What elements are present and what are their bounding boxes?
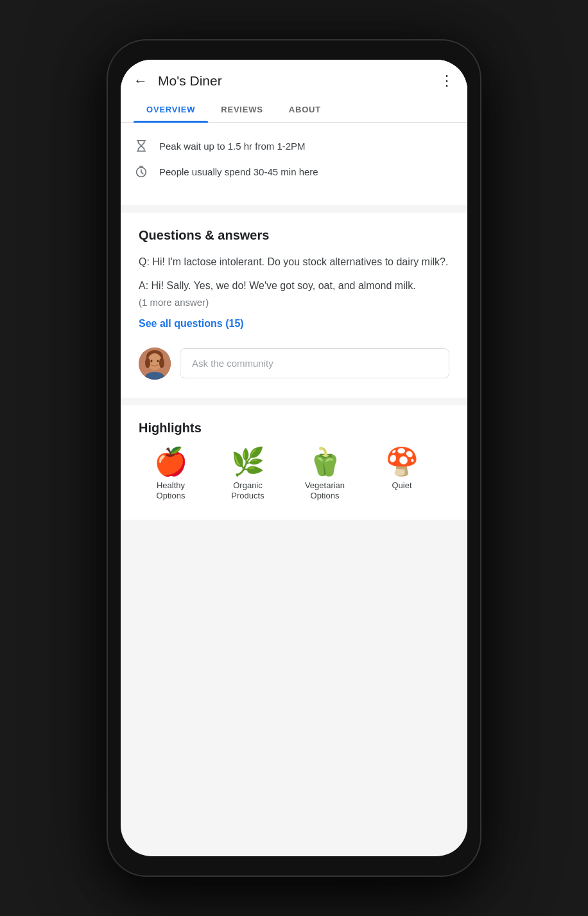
healthy-label: HealthyOptions (157, 480, 186, 502)
user-avatar (139, 348, 171, 380)
highlights-grid: 🍎 HealthyOptions 🌿 OrganicProducts 🫑 Veg… (139, 448, 449, 502)
ask-community-input[interactable]: Ask the community (180, 348, 449, 378)
tab-about[interactable]: ABOUT (276, 97, 334, 122)
time-spent-row: People usually spend 30-45 min here (134, 159, 454, 184)
place-title: Mo's Diner (158, 73, 440, 89)
qa-more-answers: (1 more answer) (139, 297, 449, 308)
highlight-vegetarian: 🫑 VegetarianOptions (293, 448, 357, 502)
svg-point-7 (151, 360, 153, 362)
highlights-section: Highlights 🍎 HealthyOptions 🌿 OrganicPro… (121, 405, 467, 520)
highlight-quiet: 🍄 Quiet (370, 448, 434, 491)
see-all-questions-link[interactable]: See all questions (15) (139, 318, 244, 330)
ask-community-row: Ask the community (139, 348, 449, 380)
organic-label: OrganicProducts (231, 480, 264, 502)
qa-question: Q: Hi! I'm lactose intolerant. Do you st… (139, 254, 449, 270)
svg-point-8 (157, 360, 159, 362)
highlights-title: Highlights (139, 421, 449, 436)
wait-time-text: Peak wait up to 1.5 hr from 1-2PM (159, 141, 306, 152)
svg-point-5 (145, 358, 150, 368)
quiet-label: Quiet (392, 480, 411, 491)
quiet-icon: 🍄 (385, 448, 419, 475)
time-spent-text: People usually spend 30-45 min here (159, 166, 318, 177)
highlight-healthy: 🍎 HealthyOptions (139, 448, 203, 502)
hourglass-icon (134, 138, 149, 154)
vegetarian-label: VegetarianOptions (305, 480, 345, 502)
vegetarian-icon: 🫑 (308, 448, 342, 475)
qa-section: Questions & answers Q: Hi! I'm lactose i… (121, 213, 467, 398)
tab-reviews[interactable]: REVIEWS (208, 97, 276, 122)
wait-time-row: Peak wait up to 1.5 hr from 1-2PM (134, 133, 454, 159)
more-options-button[interactable]: ⋮ (440, 73, 454, 89)
healthy-icon: 🍎 (154, 448, 187, 475)
tab-bar: OVERVIEW REVIEWS ABOUT (121, 97, 467, 123)
highlight-organic: 🌿 OrganicProducts (216, 448, 280, 502)
qa-answer: A: Hi! Sally. Yes, we do! We've got soy,… (139, 278, 449, 294)
timer-icon (134, 164, 149, 179)
info-section: Peak wait up to 1.5 hr from 1-2PM People… (121, 123, 467, 195)
organic-icon: 🌿 (231, 448, 264, 475)
back-button[interactable]: ← (134, 74, 148, 88)
qa-title: Questions & answers (139, 228, 449, 243)
svg-point-6 (159, 358, 164, 368)
tab-overview[interactable]: OVERVIEW (134, 97, 208, 122)
app-header: ← Mo's Diner ⋮ (121, 60, 467, 97)
